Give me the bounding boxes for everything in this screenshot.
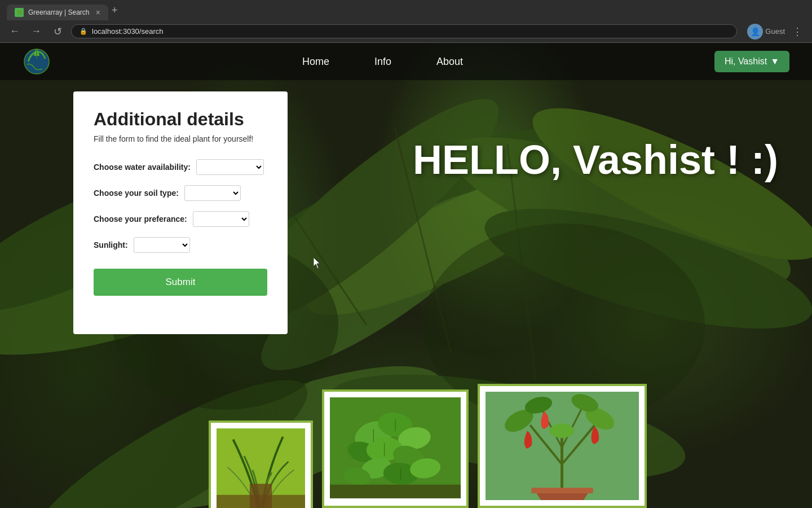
preference-row: Choose your preferance: Indoor Outdoor xyxy=(94,211,267,227)
browser-tab-bar: 🌿 Greenarray | Search × + xyxy=(0,0,812,20)
plant-image-1 xyxy=(217,428,305,508)
profile-label: Guest xyxy=(765,27,785,36)
forward-button[interactable]: → xyxy=(28,24,44,40)
soil-label: Choose your soil type: xyxy=(94,189,179,198)
dropdown-arrow-icon: ▼ xyxy=(770,56,779,67)
browser-menu-button[interactable]: ⋮ xyxy=(789,24,805,40)
tab-favicon: 🌿 xyxy=(15,8,24,17)
hero-greeting: HELLO, Vashist ! :) xyxy=(413,137,778,183)
browser-tabs: 🌿 Greenarray | Search × + xyxy=(7,0,121,20)
plant-image-3 xyxy=(486,392,639,500)
svg-point-41 xyxy=(550,423,575,438)
back-button[interactable]: ← xyxy=(7,24,23,40)
address-text: localhost:3030/search xyxy=(92,27,163,36)
address-bar[interactable]: 🔒 localhost:3030/search xyxy=(71,24,737,38)
soil-row: Choose your soil type: Clay Sandy Loam xyxy=(94,185,267,201)
sunlight-select[interactable]: Full Sun Partial Shade xyxy=(134,237,190,253)
user-greeting-button[interactable]: Hi, Vashist ▼ xyxy=(714,51,789,72)
navbar-links: Home Info About xyxy=(51,56,714,68)
lock-icon: 🔒 xyxy=(80,28,87,35)
form-subtitle: Fill the form to find the ideal plant fo… xyxy=(94,134,267,143)
water-label: Choose water availability: xyxy=(94,163,191,172)
profile-button[interactable]: 👤 Guest xyxy=(747,24,785,40)
form-title: Additional details xyxy=(94,108,267,130)
navbar: Home Info About Hi, Vashist ▼ xyxy=(0,43,812,80)
water-row: Choose water availability: Low Medium Hi… xyxy=(94,159,267,175)
svg-rect-22 xyxy=(250,484,272,508)
tab-close-button[interactable]: × xyxy=(96,8,100,17)
profile-icon: 👤 xyxy=(747,24,763,40)
nav-info[interactable]: Info xyxy=(374,56,391,68)
preference-select[interactable]: Indoor Outdoor xyxy=(193,211,249,227)
soil-select[interactable]: Clay Sandy Loam xyxy=(184,185,241,201)
water-select[interactable]: Low Medium High xyxy=(196,159,264,175)
nav-about[interactable]: About xyxy=(436,56,463,68)
svg-rect-34 xyxy=(330,485,461,498)
nav-home[interactable]: Home xyxy=(302,56,329,68)
form-card: Additional details Fill the form to find… xyxy=(73,91,288,334)
tab-title: Greenarray | Search xyxy=(28,8,90,16)
browser-toolbar: ← → ↺ 🔒 localhost:3030/search 👤 Guest ⋮ xyxy=(0,20,812,43)
plant-card-2 xyxy=(322,389,469,508)
new-tab-button[interactable]: + xyxy=(108,5,121,16)
sunlight-label: Sunlight: xyxy=(94,240,128,249)
browser-menu-right: 👤 Guest ⋮ xyxy=(747,24,805,40)
navbar-logo xyxy=(23,47,51,76)
page-content: Home Info About Hi, Vashist ▼ Additional… xyxy=(0,43,812,508)
logo-icon xyxy=(23,47,51,76)
plant-cards-row xyxy=(209,384,647,508)
plant-card-1 xyxy=(209,421,313,508)
submit-button[interactable]: Submit xyxy=(94,269,267,296)
preference-label: Choose your preferance: xyxy=(94,214,187,224)
svg-rect-42 xyxy=(531,488,593,493)
user-greeting-text: Hi, Vashist xyxy=(725,56,767,67)
plant-card-3 xyxy=(478,384,647,508)
active-tab[interactable]: 🌿 Greenarray | Search × xyxy=(7,5,108,20)
reload-button[interactable]: ↺ xyxy=(50,24,65,40)
sunlight-row: Sunlight: Full Sun Partial Shade xyxy=(94,237,267,253)
plant-image-2 xyxy=(330,397,461,500)
